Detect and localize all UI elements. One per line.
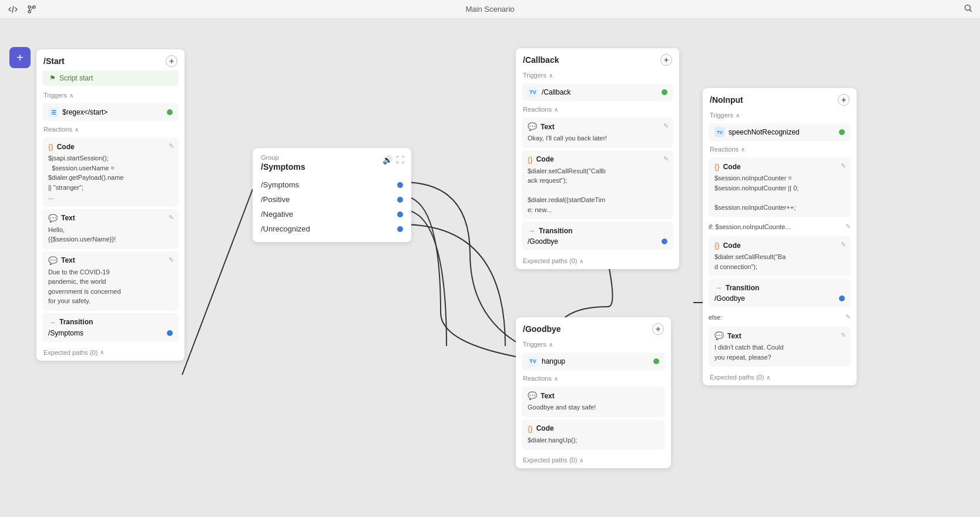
noinput-title: /NoInput bbox=[710, 95, 743, 105]
group-sound-icon[interactable]: 🔊 bbox=[382, 155, 392, 164]
noinput-node-header: /NoInput + bbox=[703, 88, 857, 109]
callback-transition-reaction: → Transition /Goodbye bbox=[522, 221, 673, 250]
regex-icon: ☰ bbox=[48, 107, 59, 118]
callback-expected-paths[interactable]: Expected paths (0) ∧ bbox=[516, 253, 679, 269]
goodbye-title: /Goodbye bbox=[523, 324, 561, 334]
goodbye-node: /Goodbye + Triggers ∧ TV hangup Reaction… bbox=[516, 317, 671, 468]
callback-trans-icon: → bbox=[528, 226, 535, 235]
svg-point-2 bbox=[28, 11, 31, 13]
hangup-icon: TV bbox=[528, 356, 538, 367]
edit-text1-icon[interactable]: ✎ bbox=[169, 214, 174, 221]
noinput-trigger-dot bbox=[839, 129, 845, 135]
group-row-negative[interactable]: /Negative bbox=[261, 207, 403, 221]
goodbye-text-icon: 💬 bbox=[528, 391, 537, 400]
transition-icon1: → bbox=[48, 318, 56, 327]
callback-trigger-dot bbox=[662, 89, 667, 95]
noinput-trans-dot1 bbox=[839, 296, 845, 301]
noinput-trigger[interactable]: TV speechNotRecognized bbox=[709, 123, 851, 141]
group-row-symptoms[interactable]: /Symptoms bbox=[261, 177, 403, 192]
callback-add-button[interactable]: + bbox=[660, 54, 672, 66]
noinput-expected-paths[interactable]: Expected paths (0) ∧ bbox=[703, 369, 857, 385]
noinput-code1: {} Code ✎ $session.noInputCounter = $ses… bbox=[709, 157, 851, 217]
goodbye-code-icon: {} bbox=[528, 424, 533, 433]
edit-else-icon[interactable]: ✎ bbox=[845, 313, 851, 321]
start-node-add-button[interactable]: + bbox=[166, 55, 177, 67]
edit-callback-text[interactable]: ✎ bbox=[663, 122, 669, 130]
group-label: Group bbox=[261, 154, 403, 161]
group-dot-1 bbox=[397, 197, 403, 203]
start-triggers-label: Triggers ∧ bbox=[36, 89, 184, 101]
noinput-code-icon1: {} bbox=[714, 162, 720, 171]
text-reaction-icon2: 💬 bbox=[48, 256, 58, 265]
start-expected-paths[interactable]: Expected paths (0) ∧ bbox=[36, 344, 184, 361]
start-reactions-label: Reactions ∧ bbox=[36, 123, 184, 135]
branch-icon[interactable] bbox=[25, 2, 39, 16]
start-reaction-text2: 💬 Text ✎ Due to the COVID-19 pandemic, t… bbox=[42, 251, 179, 311]
page-title: Main Scenario bbox=[465, 5, 514, 14]
callback-code-icon: {} bbox=[528, 155, 533, 164]
code-reaction-icon: {} bbox=[48, 142, 53, 151]
callback-title: /Callback bbox=[523, 55, 559, 65]
goodbye-reactions-label: Reactions ∧ bbox=[516, 372, 671, 384]
script-start-label: Script start bbox=[59, 74, 93, 82]
callback-trigger[interactable]: TV /Callback bbox=[522, 83, 673, 101]
start-reaction-transition: → Transition /Symptoms bbox=[42, 313, 179, 342]
noinput-transition1: → Transition /Goodbye bbox=[709, 278, 851, 307]
edit-noinput-code1[interactable]: ✎ bbox=[841, 162, 846, 170]
start-reaction-text1: 💬 Text ✎ Hello, {{$session.userName}}! bbox=[42, 209, 179, 249]
goodbye-code-reaction: {} Code $dialer.hangUp(); bbox=[522, 419, 665, 450]
edit-text2-icon[interactable]: ✎ bbox=[169, 256, 174, 264]
speech-icon: TV bbox=[714, 127, 725, 137]
edit-noinput-code2[interactable]: ✎ bbox=[841, 241, 846, 249]
callback-node-header: /Callback + bbox=[516, 48, 679, 69]
trigger-connected-dot bbox=[167, 109, 173, 115]
search-icon[interactable] bbox=[964, 4, 973, 15]
noinput-trans-icon1: → bbox=[714, 283, 722, 292]
noinput-if-condition: if: $session.noInputCounte... ✎ bbox=[703, 219, 857, 234]
add-scenario-button[interactable]: + bbox=[9, 47, 31, 68]
svg-point-0 bbox=[28, 6, 31, 8]
noinput-triggers-label: Triggers ∧ bbox=[703, 109, 857, 121]
group-dot-0 bbox=[397, 182, 403, 188]
code-icon[interactable] bbox=[6, 2, 20, 16]
callback-reactions-label: Reactions ∧ bbox=[516, 103, 679, 115]
start-transition-dest: /Symptoms bbox=[48, 329, 173, 337]
goodbye-text-reaction: 💬 Text Goodbye and stay safe! bbox=[522, 387, 665, 417]
start-node-title: /Start bbox=[43, 56, 65, 66]
group-row-unrecognized[interactable]: /Unrecognized bbox=[261, 221, 403, 236]
group-row-positive[interactable]: /Positive bbox=[261, 192, 403, 207]
start-reaction-code: {} Code ✎ $jsapi.startSession(); $sessio… bbox=[42, 137, 179, 207]
group-title: /Symptoms bbox=[261, 162, 403, 172]
noinput-reactions-label: Reactions ∧ bbox=[703, 143, 857, 155]
edit-noinput-text[interactable]: ✎ bbox=[841, 331, 846, 339]
top-bar-icons bbox=[6, 2, 39, 16]
noinput-else: else: ✎ bbox=[703, 310, 857, 324]
canvas: + /Start + ⚑ Script start Triggers bbox=[0, 19, 980, 517]
callback-text-reaction: 💬 Text ✎ Okay, I'll call you back later! bbox=[522, 118, 673, 148]
goodbye-trigger[interactable]: TV hangup bbox=[522, 352, 665, 370]
goodbye-node-header: /Goodbye + bbox=[516, 317, 671, 338]
goodbye-trigger-dot bbox=[653, 358, 659, 364]
edit-callback-code[interactable]: ✎ bbox=[663, 155, 669, 163]
triggers-chevron[interactable]: ∧ bbox=[69, 92, 73, 99]
goodbye-expected-paths[interactable]: Expected paths (0) ∧ bbox=[516, 452, 671, 468]
callback-node: /Callback + Triggers ∧ TV /Callback Reac… bbox=[516, 48, 679, 269]
group-expand-icon[interactable]: ⛶ bbox=[396, 155, 404, 164]
group-dot-2 bbox=[397, 212, 403, 217]
start-node-header: /Start + bbox=[36, 49, 184, 70]
edit-code-icon[interactable]: ✎ bbox=[169, 142, 174, 150]
reactions-chevron[interactable]: ∧ bbox=[75, 126, 79, 133]
top-bar: Main Scenario bbox=[0, 0, 980, 19]
start-trigger-regex[interactable]: ☰ $regex</start> bbox=[42, 103, 179, 121]
goodbye-add-button[interactable]: + bbox=[652, 323, 664, 335]
symptoms-group: 🔊 ⛶ Group /Symptoms /Symptoms /Positive … bbox=[253, 148, 411, 242]
callback-text-icon: 💬 bbox=[528, 122, 537, 131]
noinput-text-icon: 💬 bbox=[714, 331, 724, 340]
noinput-text-reaction: 💬 Text ✎ I didn't catch that. Could you … bbox=[709, 327, 851, 367]
edit-if-icon[interactable]: ✎ bbox=[845, 223, 851, 230]
flag-icon: ⚑ bbox=[49, 74, 56, 82]
noinput-node: /NoInput + Triggers ∧ TV speechNotRecogn… bbox=[703, 88, 857, 385]
callback-trans-dot bbox=[662, 239, 667, 244]
noinput-add-button[interactable]: + bbox=[838, 94, 850, 106]
group-icons: 🔊 ⛶ bbox=[382, 155, 404, 164]
